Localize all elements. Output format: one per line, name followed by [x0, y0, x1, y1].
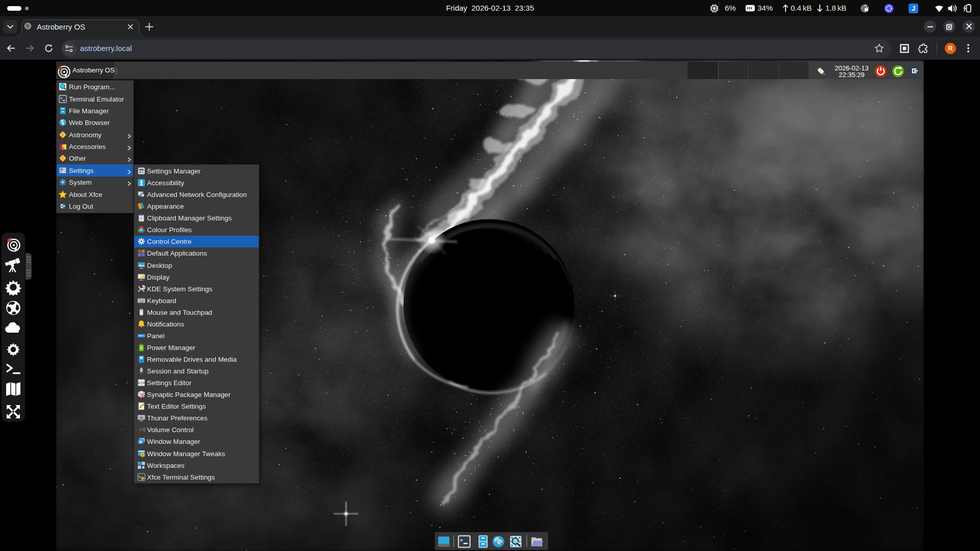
- svg-text:J: J: [912, 5, 915, 12]
- svg-text:>: >: [460, 538, 463, 543]
- svg-text:>: >: [60, 96, 62, 101]
- svg-text:>: >: [139, 474, 141, 479]
- svg-text:</>: </>: [138, 381, 145, 385]
